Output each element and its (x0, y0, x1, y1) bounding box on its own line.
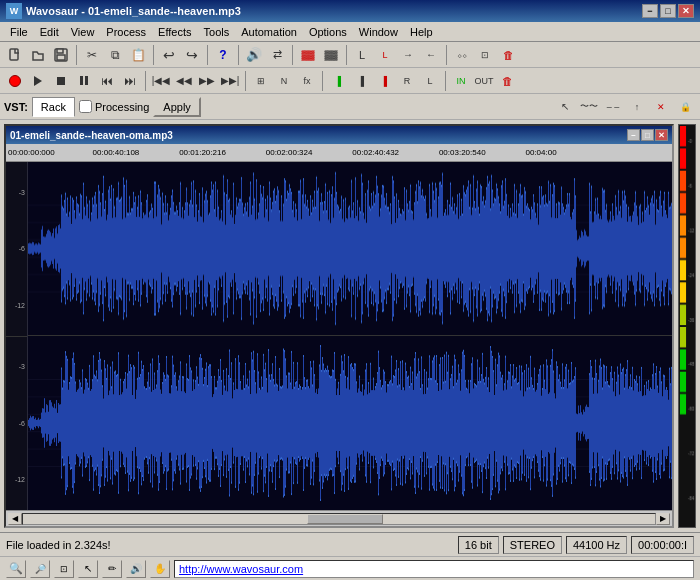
window-controls: − □ ✕ (642, 4, 694, 18)
fx-btn[interactable]: fx (296, 70, 318, 92)
redo-button[interactable]: ↪ (181, 44, 203, 66)
status-loaded-text: File loaded in 2.324s! (6, 539, 454, 551)
delete-btn[interactable]: 🗑 (497, 44, 519, 66)
meter1[interactable]: ▐ (327, 70, 349, 92)
new-button[interactable] (4, 44, 26, 66)
audio-in[interactable]: IN (450, 70, 472, 92)
sep11 (445, 71, 446, 91)
ruler-4: 00:02:40:432 (352, 148, 399, 157)
zoom-fit[interactable]: ⊞ (250, 70, 272, 92)
pause-button[interactable] (73, 70, 95, 92)
normalize-btn[interactable]: N (273, 70, 295, 92)
dash-btn[interactable]: – – (602, 96, 624, 118)
copy-button[interactable]: ⧉ (104, 44, 126, 66)
record-button[interactable] (4, 70, 26, 92)
zoom-in-h[interactable]: L (351, 44, 373, 66)
menu-edit[interactable]: Edit (34, 24, 65, 40)
vu-meter-canvas (679, 125, 695, 527)
rack-tab[interactable]: Rack (32, 97, 75, 117)
sep2 (153, 45, 154, 65)
scroll-right-button[interactable]: ▶ (656, 513, 670, 525)
minimize-button[interactable]: − (642, 4, 658, 18)
zoom-in-button[interactable]: 🔍 (6, 560, 26, 578)
waveform-btn2[interactable]: ▓▓ (320, 44, 342, 66)
stop-button[interactable] (50, 70, 72, 92)
website-url[interactable]: http://www.wavosaur.com (174, 560, 694, 578)
sep3 (207, 45, 208, 65)
vu-meter (678, 124, 696, 528)
horizontal-scrollbar[interactable]: ◀ ▶ (6, 510, 672, 526)
menu-window[interactable]: Window (353, 24, 404, 40)
cursor-button[interactable]: ↖ (78, 560, 98, 578)
undo-button[interactable]: ↩ (158, 44, 180, 66)
cursor-btn[interactable]: ↖ (554, 96, 576, 118)
select-button[interactable]: ⊡ (54, 560, 74, 578)
skip-prev[interactable]: ◀◀ (173, 70, 195, 92)
pencil-button[interactable]: ✏ (102, 560, 122, 578)
processing-checkbox[interactable]: Processing (79, 100, 149, 113)
meter4[interactable]: R (396, 70, 418, 92)
zoom-out-button[interactable]: 🔎 (30, 560, 50, 578)
maximize-button[interactable]: □ (660, 4, 676, 18)
sep10 (322, 71, 323, 91)
inner-minimize[interactable]: − (627, 129, 640, 141)
audio-out[interactable]: OUT (473, 70, 495, 92)
waveform-bottom-canvas (28, 336, 672, 510)
menu-view[interactable]: View (65, 24, 101, 40)
vst-toolbar-icons: ↖ 〜〜 – – ↑ ✕ 🔒 (554, 96, 696, 118)
inner-close[interactable]: ✕ (655, 129, 668, 141)
save-button[interactable] (50, 44, 72, 66)
play-button[interactable] (27, 70, 49, 92)
wave-btn[interactable]: 〜〜 (578, 96, 600, 118)
waveform-top-canvas (28, 162, 672, 336)
processing-check-input[interactable] (79, 100, 92, 113)
arrow-up-btn[interactable]: ↑ (626, 96, 648, 118)
skip-start[interactable]: |◀◀ (150, 70, 172, 92)
menu-process[interactable]: Process (100, 24, 152, 40)
scrollbar-track[interactable] (22, 513, 656, 525)
trash-btn[interactable]: 🗑 (496, 70, 518, 92)
meter2[interactable]: ▐ (350, 70, 372, 92)
inner-maximize[interactable]: □ (641, 129, 654, 141)
status-bar: File loaded in 2.324s! 16 bit STEREO 441… (0, 532, 700, 556)
menu-options[interactable]: Options (303, 24, 353, 40)
loop-button[interactable]: ⇄ (266, 44, 288, 66)
menu-effects[interactable]: Effects (152, 24, 197, 40)
zoom-arrow-l[interactable]: ← (420, 44, 442, 66)
inner-window-title: 01-emeli_sande--heaven-oma.mp3 (10, 130, 627, 141)
vst-label: VST: (4, 101, 28, 113)
open-button[interactable] (27, 44, 49, 66)
apply-button[interactable]: Apply (153, 97, 201, 117)
region-btn[interactable]: ⊡ (474, 44, 496, 66)
bottom-toolbar: 🔍 🔎 ⊡ ↖ ✏ 🔊 ✋ http://www.wavosaur.com (0, 556, 700, 580)
cut-button[interactable]: ✂ (81, 44, 103, 66)
meter5[interactable]: L (419, 70, 441, 92)
speaker-button[interactable]: 🔊 (126, 560, 146, 578)
skip-end[interactable]: ▶▶| (219, 70, 241, 92)
close-wave-btn[interactable]: ✕ (650, 96, 672, 118)
scroll-left-button[interactable]: ◀ (8, 513, 22, 525)
menu-file[interactable]: File (4, 24, 34, 40)
inner-titlebar: 01-emeli_sande--heaven-oma.mp3 − □ ✕ (6, 126, 672, 144)
paste-button[interactable]: 📋 (127, 44, 149, 66)
close-button[interactable]: ✕ (678, 4, 694, 18)
help-button[interactable]: ? (212, 44, 234, 66)
menu-tools[interactable]: Tools (198, 24, 236, 40)
hand-button[interactable]: ✋ (150, 560, 170, 578)
stop-icon (57, 77, 65, 85)
rewind-button[interactable]: ⏮ (96, 70, 118, 92)
menu-automation[interactable]: Automation (235, 24, 303, 40)
sep8 (145, 71, 146, 91)
skip-next[interactable]: ▶▶ (196, 70, 218, 92)
waveform-btn1[interactable]: ▓▓ (297, 44, 319, 66)
zoom-arrow-r[interactable]: → (397, 44, 419, 66)
marker-btn[interactable]: ⬦⬦ (451, 44, 473, 66)
lock-btn[interactable]: 🔒 (674, 96, 696, 118)
menu-help[interactable]: Help (404, 24, 439, 40)
scrollbar-thumb[interactable] (307, 514, 383, 524)
meter3[interactable]: ▐ (373, 70, 395, 92)
sep9 (245, 71, 246, 91)
volume-button[interactable]: 🔊 (243, 44, 265, 66)
fast-forward-button[interactable]: ⏭ (119, 70, 141, 92)
zoom-out-h[interactable]: L (374, 44, 396, 66)
